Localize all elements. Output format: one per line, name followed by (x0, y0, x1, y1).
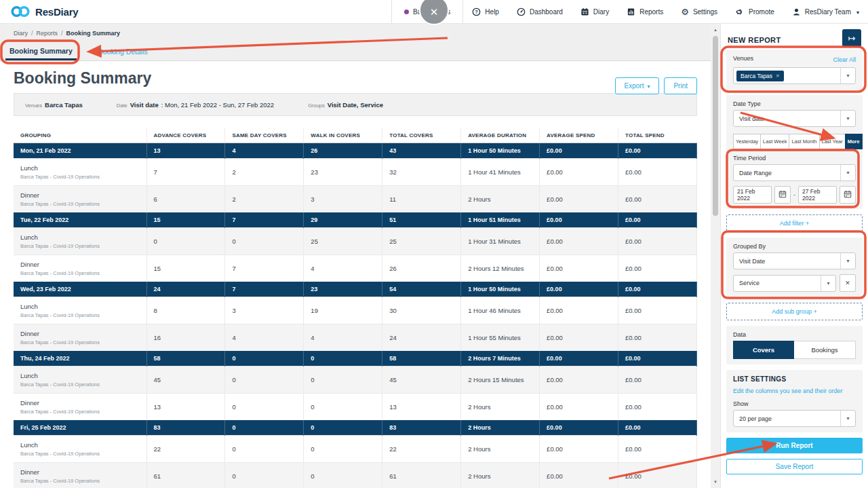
collapse-panel-icon (848, 32, 856, 44)
clear-all-link[interactable]: Clear All (833, 56, 856, 63)
report-content: Booking Summary Export Print Venues Barc… (0, 69, 711, 488)
group-primary-select[interactable]: Visit Date (733, 252, 856, 269)
add-sub-group-button[interactable]: Add sub group + (726, 303, 863, 320)
table-row: LunchBarca Tapas - Covid-19 Operations72… (14, 159, 697, 186)
breadcrumb-reports[interactable]: Reports (37, 30, 58, 37)
nav-menu: Barca Tapas ?HelpDashboardDiaryReports⚙S… (391, 0, 868, 23)
value-cell: 13 (382, 394, 461, 421)
venues-select[interactable]: Barca Tapas (733, 67, 856, 84)
breadcrumb-tab-bar: Diary/Reports/Booking Summary Booking Su… (0, 24, 711, 61)
range-last-week-button[interactable]: Last Week (760, 134, 789, 149)
nav-diary[interactable]: Diary (572, 0, 618, 23)
value-cell: 15 (146, 255, 225, 282)
scrollbar-thumb[interactable] (713, 36, 718, 216)
calendar-icon (844, 189, 852, 201)
tab-booking-details[interactable]: Booking Details (94, 48, 152, 60)
value-cell: 0 (225, 394, 304, 421)
dashboard-icon (517, 7, 526, 16)
breadcrumb-diary[interactable]: Diary (14, 30, 28, 37)
add-filter-button[interactable]: Add filter + (726, 214, 863, 232)
value-cell: £0.00 (618, 394, 697, 421)
value-cell: £0.00 (618, 436, 697, 463)
list-settings-title: LIST SETTINGS (733, 375, 856, 383)
column-header: SAME DAY COVERS (225, 128, 304, 143)
tab-booking-summary[interactable]: Booking Summary (5, 47, 77, 60)
value-cell: £0.00 (540, 394, 618, 421)
nav-dashboard[interactable]: Dashboard (508, 0, 572, 23)
save-report-button[interactable]: Save Report (726, 459, 863, 474)
time-period-select[interactable]: Date Range (733, 164, 856, 181)
scroll-down-icon[interactable]: ▼ (711, 477, 720, 487)
value-cell: 1 Hour 41 Minutes (461, 159, 540, 186)
range-yesterday-button[interactable]: Yesterday (733, 134, 761, 149)
date-from-input[interactable]: 21 Feb 2022 (733, 186, 772, 204)
value-cell: £0.00 (540, 228, 618, 255)
date-type-select[interactable]: Visit date (733, 110, 856, 127)
value-cell: £0.00 (618, 463, 697, 488)
remove-group-button[interactable]: ✕ (840, 274, 856, 292)
value-cell: 0 (304, 420, 382, 436)
collapse-panel-button[interactable] (842, 29, 861, 47)
date-to-calendar-button[interactable] (840, 186, 856, 204)
value-cell: 58 (382, 351, 461, 367)
date-from-calendar-button[interactable] (774, 186, 791, 204)
chevron-down-icon (821, 276, 835, 291)
value-cell: 25 (304, 228, 382, 255)
table-row: DinnerBarca Tapas - Covid-19 Operations6… (14, 463, 697, 488)
table-header-row: GROUPINGADVANCE COVERSSAME DAY COVERSWAL… (14, 128, 697, 143)
close-icon[interactable] (419, 0, 449, 25)
group-secondary-select[interactable]: Service (733, 275, 836, 292)
toggle-covers[interactable]: Covers (733, 341, 794, 359)
booking-summary-table: GROUPINGADVANCE COVERSSAME DAY COVERSWAL… (14, 128, 697, 488)
value-cell: 22 (382, 436, 461, 463)
nav-reports-label: Reports (639, 8, 663, 16)
run-report-button[interactable]: Run Report (726, 438, 863, 453)
value-cell: 13 (146, 394, 225, 421)
value-cell: £0.00 (540, 420, 618, 436)
value-cell: 2 Hours 15 Minutes (461, 367, 540, 394)
group-label: Thu, 24 Feb 2022 (14, 351, 146, 367)
nav-help[interactable]: ?Help (463, 0, 508, 23)
value-cell: 6 (146, 186, 225, 213)
value-cell: 7 (146, 159, 225, 186)
value-cell: £0.00 (618, 324, 697, 352)
value-cell: 1 Hour 31 Minutes (461, 228, 540, 255)
value-cell: 22 (146, 436, 225, 463)
brand-name: ResDiary (35, 6, 78, 18)
table-row: LunchBarca Tapas - Covid-19 Operations45… (14, 367, 697, 394)
edit-columns-link[interactable]: Edit the columns you see and their order (733, 388, 856, 394)
scroll-up-icon[interactable]: ▲ (711, 25, 720, 35)
per-page-select[interactable]: 20 per page (733, 410, 856, 427)
service-name: Lunch (20, 233, 140, 241)
export-button[interactable]: Export (615, 77, 660, 94)
nav-reports[interactable]: Reports (618, 0, 672, 23)
value-cell: 26 (382, 255, 461, 282)
value-cell: 45 (146, 367, 225, 394)
resdiary-logo[interactable]: ResDiary (0, 5, 78, 18)
summary-venues: Venues Barca Tapas (25, 101, 83, 109)
group-label: Mon, 21 Feb 2022 (14, 143, 146, 159)
row-label-cell: LunchBarca Tapas - Covid-19 Operations (14, 367, 146, 394)
data-label: Data (733, 331, 856, 338)
vertical-scrollbar[interactable]: ▲ ▼ (711, 24, 720, 488)
nav-promote[interactable]: Promote (726, 0, 783, 23)
column-header: WALK IN COVERS (304, 128, 382, 143)
service-name: Dinner (20, 399, 140, 407)
toggle-bookings[interactable]: Bookings (794, 341, 856, 359)
venue-status-dot (404, 10, 409, 14)
value-cell: 4 (225, 143, 304, 159)
date-to-input[interactable]: 27 Feb 2022 (798, 186, 837, 204)
row-label-cell: LunchBarca Tapas - Covid-19 Operations (14, 228, 146, 255)
range-last-month-button[interactable]: Last Month (789, 134, 819, 149)
nav-user[interactable]: ResDiary Team (783, 0, 868, 23)
nav-settings[interactable]: ⚙Settings (672, 0, 726, 23)
print-button[interactable]: Print (664, 77, 697, 94)
venue-sub-label: Barca Tapas - Covid-19 Operations (20, 312, 140, 318)
value-cell: 0 (225, 463, 304, 488)
range-more-button[interactable]: More (845, 134, 863, 149)
venue-chip[interactable]: Barca Tapas (736, 71, 784, 81)
range-last-year-button[interactable]: Last Year (819, 134, 846, 149)
value-cell: 0 (304, 436, 382, 463)
chevron-down-icon (840, 111, 855, 126)
value-cell: £0.00 (618, 297, 697, 324)
